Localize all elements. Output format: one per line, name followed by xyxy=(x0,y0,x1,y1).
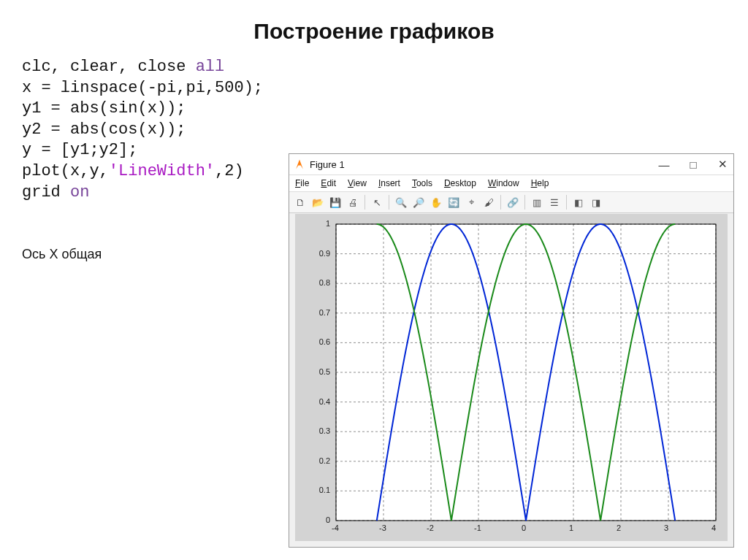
x-tick: 4 xyxy=(711,523,716,532)
zoom-out-icon[interactable]: 🔎 xyxy=(411,194,427,210)
menu-desktop[interactable]: Desktop xyxy=(444,178,476,188)
menu-view[interactable]: View xyxy=(348,178,367,188)
colorbar-icon[interactable]: ▥ xyxy=(529,194,545,210)
toolbar: 🗋📂💾🖨↖🔍🔎✋🔄⌖🖌🔗▥☰◧◨ xyxy=(289,192,733,213)
dock-icon[interactable]: ◧ xyxy=(570,194,587,210)
x-tick: 0 xyxy=(522,523,526,532)
menu-file[interactable]: File xyxy=(295,178,309,188)
y-tick: 0.2 xyxy=(308,456,330,465)
arrow-icon[interactable]: ↖ xyxy=(369,194,385,210)
y-tick: 0.5 xyxy=(308,367,330,376)
legend-icon[interactable]: ☰ xyxy=(546,194,562,210)
y-tick: 0.4 xyxy=(308,397,330,406)
rotate-icon[interactable]: 🔄 xyxy=(446,194,462,210)
new-file-icon[interactable]: 🗋 xyxy=(292,194,308,210)
x-tick: -3 xyxy=(379,523,386,532)
page-title: Построение графиков xyxy=(22,19,726,44)
open-icon[interactable]: 📂 xyxy=(310,194,326,210)
menu-insert[interactable]: Insert xyxy=(378,178,400,188)
menu-bar: FileEditViewInsertToolsDesktopWindowHelp xyxy=(289,174,733,192)
y-tick: 0 xyxy=(308,515,330,524)
brush-icon[interactable]: 🖌 xyxy=(481,194,497,210)
y-tick: 0.1 xyxy=(308,486,330,494)
figure-titlebar[interactable]: Figure 1 — □ ✕ xyxy=(289,154,733,174)
print-icon[interactable]: 🖨 xyxy=(345,194,361,210)
minimize-button[interactable]: — xyxy=(657,158,671,171)
y-tick: 0.8 xyxy=(308,278,330,287)
y-tick: 0.7 xyxy=(308,308,330,317)
x-tick: 3 xyxy=(664,523,668,532)
y-tick: 0.3 xyxy=(308,426,330,435)
save-icon[interactable]: 💾 xyxy=(327,194,343,210)
x-tick: -2 xyxy=(427,523,434,532)
matlab-icon xyxy=(294,158,305,170)
close-button[interactable]: ✕ xyxy=(716,158,729,171)
menu-tools[interactable]: Tools xyxy=(412,178,432,188)
menu-help[interactable]: Help xyxy=(531,178,549,188)
undock-icon[interactable]: ◨ xyxy=(588,194,604,210)
y-tick: 0.9 xyxy=(308,249,330,258)
menu-edit[interactable]: Edit xyxy=(321,178,336,188)
x-tick: -1 xyxy=(474,523,481,532)
x-tick: 2 xyxy=(617,523,621,532)
data-cursor-icon[interactable]: ⌖ xyxy=(463,194,479,210)
x-tick: -4 xyxy=(332,523,339,532)
figure-title: Figure 1 xyxy=(310,159,345,170)
x-tick: 1 xyxy=(569,523,573,532)
axes[interactable] xyxy=(336,224,716,521)
plot-area: -4-3-2-10123400.10.20.30.40.50.60.70.80.… xyxy=(295,214,728,541)
figure-window: Figure 1 — □ ✕ FileEditViewInsertToolsDe… xyxy=(289,153,734,548)
pan-icon[interactable]: ✋ xyxy=(428,194,444,210)
maximize-button[interactable]: □ xyxy=(687,158,700,171)
zoom-in-icon[interactable]: 🔍 xyxy=(393,194,409,210)
menu-window[interactable]: Window xyxy=(488,178,519,188)
y-tick: 1 xyxy=(308,219,330,228)
y-tick: 0.6 xyxy=(308,337,330,346)
link-icon[interactable]: 🔗 xyxy=(505,194,521,210)
